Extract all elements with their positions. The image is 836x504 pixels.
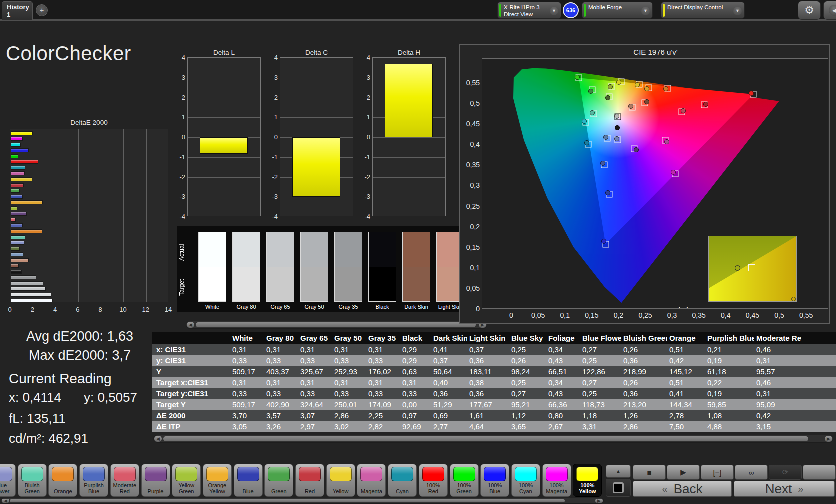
table-cell: 0,40 xyxy=(431,378,467,387)
swatch-target xyxy=(301,267,328,301)
patch-row-scrollbar[interactable]: ◀ ▶ xyxy=(1,498,604,504)
scroll-right-icon[interactable]: ▶ xyxy=(596,499,603,503)
cie-y-tick: 0,5 xyxy=(461,99,480,107)
patch-button-purplish-blue[interactable]: PurplishBlue xyxy=(80,464,108,497)
table-cell: 0,27 xyxy=(580,345,621,354)
patch-color-chip xyxy=(454,467,476,481)
chevron-down-icon[interactable]: ▼ xyxy=(734,7,742,15)
patch-button-purple[interactable]: Purple xyxy=(142,464,170,497)
chevron-down-icon[interactable]: ▼ xyxy=(550,7,558,15)
swatch-label: Dark Skin xyxy=(402,304,430,310)
scroll-left-icon[interactable]: ◀ xyxy=(2,499,10,503)
patch-button-100-cyan[interactable]: 100%Cyan xyxy=(512,464,540,497)
add-tab-button[interactable]: + xyxy=(36,4,48,16)
back-button[interactable]: « Back xyxy=(633,481,732,497)
mini-y-tick: 4 xyxy=(172,54,186,61)
patch-button-yellow[interactable]: Yellow xyxy=(326,464,356,497)
scroll-left-icon[interactable]: ◀ xyxy=(187,322,194,328)
swatch-target xyxy=(267,267,294,301)
next-button[interactable]: Next » xyxy=(734,481,835,497)
transport-step-button[interactable]: [−] xyxy=(701,465,734,480)
patch-button-red[interactable]: Red xyxy=(296,464,324,497)
collapse-panel-button[interactable]: ◀ xyxy=(824,1,836,20)
table-cell: 0,33 xyxy=(332,356,366,365)
patch-button-yellow-green[interactable]: YellowGreen xyxy=(172,464,201,497)
cie-x-tick: 0 xyxy=(510,311,514,319)
meter-selector-button[interactable]: X-Rite i1Pro 3 Direct View ▼ xyxy=(498,2,562,19)
cie-measured-green xyxy=(588,89,594,94)
patch-button-100-blue[interactable]: 100%Blue xyxy=(480,464,510,497)
table-cell: 174,09 xyxy=(366,400,400,409)
meter-count-badge[interactable]: 636 xyxy=(563,2,579,18)
collapse-up-button[interactable]: ▲ xyxy=(606,465,631,478)
swatch-gray-50[interactable] xyxy=(300,232,328,302)
cie-y-tick: 0,2 xyxy=(461,223,480,231)
patch-color-chip xyxy=(52,467,74,481)
table-cell: 0,69 xyxy=(431,411,467,420)
patch-button-moderate-red[interactable]: ModerateRed xyxy=(110,464,140,497)
table-cell: 0,33 xyxy=(298,356,332,365)
patch-button-green[interactable]: Green xyxy=(264,464,294,497)
patch-button-100-magenta[interactable]: 100%Magenta xyxy=(542,464,572,497)
scroll-right-icon[interactable]: ▶ xyxy=(825,436,832,442)
transport-stop-button[interactable]: ■ xyxy=(633,465,666,480)
table-cell: 0,43 xyxy=(546,389,580,398)
table-cell: 0,41 xyxy=(431,345,467,354)
big-stop-button[interactable] xyxy=(606,479,631,497)
display-control-selector-button[interactable]: Direct Display Control ▼ xyxy=(661,2,745,19)
patch-button-blue-flower[interactable]: BlueFlower xyxy=(0,464,16,497)
patch-button-blue[interactable]: Blue xyxy=(234,464,263,497)
mini-gridline xyxy=(188,117,260,118)
source-selector-button[interactable]: Mobile Forge ▼ xyxy=(582,2,653,19)
scrollbar-thumb[interactable] xyxy=(196,322,476,327)
swatch-strip-scrollbar[interactable]: ◀ ▶ xyxy=(186,321,488,329)
transport-blank-button[interactable] xyxy=(803,465,836,480)
mini-y-tick: -3 xyxy=(265,193,278,200)
rgb-triplet-readout: RGB Triplet: 255, 255, 0 xyxy=(602,306,752,309)
table-cell: 0,31 xyxy=(366,378,400,387)
settings-button[interactable]: ⚙ xyxy=(798,1,821,20)
cie-measured-orange xyxy=(664,86,668,91)
swatch-label: Black xyxy=(368,304,396,310)
swatch-gray-80[interactable] xyxy=(232,232,260,302)
inset-measured-point xyxy=(735,265,740,271)
scrollbar-thumb[interactable] xyxy=(10,499,565,502)
deltae-bar-moderate-red xyxy=(11,218,16,222)
patch-button-magenta[interactable]: Magenta xyxy=(357,464,386,497)
cie-measured-magenta xyxy=(664,139,670,144)
patch-button-orange-yellow[interactable]: OrangeYellow xyxy=(203,464,232,497)
patch-button-orange[interactable]: Orange xyxy=(48,464,78,497)
patch-button-100-red[interactable]: 100%Red xyxy=(419,464,448,497)
cie-measured-light-skin xyxy=(628,104,634,109)
transport-loop-infinite-button[interactable]: ∞ xyxy=(735,465,768,480)
patch-button-100-green[interactable]: 100%Green xyxy=(450,464,479,497)
swatch-gray-35[interactable] xyxy=(334,232,362,302)
transport-refresh-button[interactable]: ⟳ xyxy=(769,465,802,480)
tab-history-1[interactable]: History 1 xyxy=(2,1,33,20)
deltae-bar-cyan xyxy=(11,166,26,170)
chevron-down-icon[interactable]: ▼ xyxy=(642,7,650,15)
swatch-black[interactable] xyxy=(368,232,396,302)
swatch-gray-65[interactable] xyxy=(266,232,294,302)
mini-y-tick: 0 xyxy=(172,133,186,141)
swatch-label: Gray 80 xyxy=(232,304,260,310)
patch-button-bluish-green[interactable]: BluishGreen xyxy=(18,464,47,497)
patch-button-cyan[interactable]: Cyan xyxy=(388,464,417,497)
swatch-dark-skin[interactable] xyxy=(402,232,430,302)
patch-button-label: 100%Cyan xyxy=(512,482,540,494)
scrollbar-thumb[interactable] xyxy=(164,436,808,441)
swatch-white[interactable] xyxy=(198,232,226,302)
display-control-status-stripe xyxy=(663,4,665,17)
cie-measured-magenta-100 xyxy=(671,170,676,175)
mini-chart-title-1: Delta L xyxy=(188,49,261,56)
column-header-blue-sky: Blue Sky xyxy=(509,334,546,342)
app-window: History 1 + X-Rite i1Pro 3 Direct View ▼… xyxy=(0,0,836,504)
patch-button-100-yellow[interactable]: 100%Yellow xyxy=(573,464,602,497)
mini-gridline xyxy=(188,177,260,178)
scroll-left-icon[interactable]: ◀ xyxy=(154,436,162,442)
table-scrollbar[interactable]: ◀ ▶ xyxy=(154,435,834,443)
table-cell: 0,25 xyxy=(580,356,621,365)
transport-play-button[interactable]: ▶ xyxy=(667,465,700,480)
table-cell: 0,31 xyxy=(754,356,802,365)
refresh-icon: ⟳ xyxy=(782,468,789,477)
